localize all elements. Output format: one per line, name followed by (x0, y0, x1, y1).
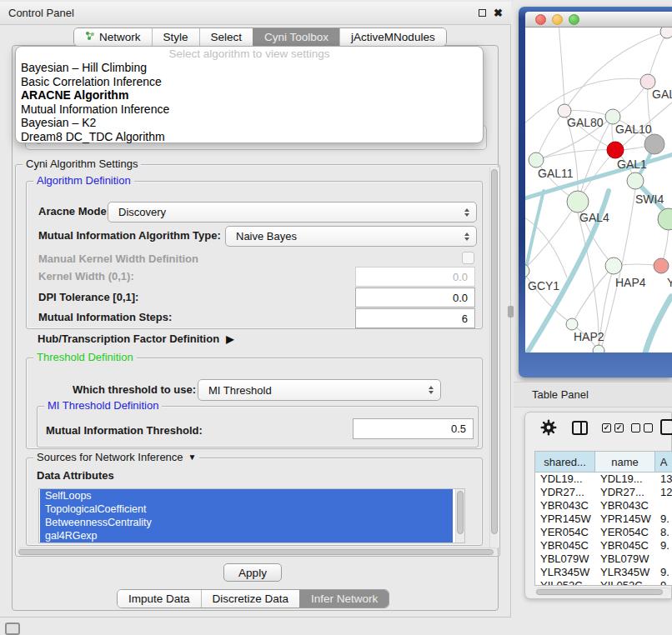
zoom-traffic-light-icon[interactable] (569, 14, 579, 25)
network-node-y[interactable] (654, 258, 669, 273)
algorithm-option-aracne-algorithm[interactable]: ARACNE Algorithm (16, 88, 483, 102)
tab-jactivemnodules[interactable]: jActiveMNodules (339, 28, 446, 46)
which-threshold-combo[interactable]: MI Threshold (198, 379, 441, 401)
network-edge[interactable] (536, 111, 564, 160)
tab-discretize-data[interactable]: Discretize Data (201, 590, 300, 608)
table-cell: YER054C (595, 526, 655, 539)
tab-select[interactable]: Select (199, 28, 253, 46)
attribute-list-scrollbar-thumb[interactable] (457, 491, 464, 534)
sources-group-header[interactable]: Sources for Network Inference ▼ (33, 451, 199, 463)
close-traffic-light-icon[interactable] (535, 14, 546, 25)
algorithm-option-basic-correlation-inference[interactable]: Basic Correlation Inference (16, 75, 483, 89)
table-row[interactable]: YER054CYER054C8. (535, 526, 672, 539)
network-node-gal11[interactable] (529, 152, 544, 168)
table-row[interactable]: YLR345WYLR345W9. (535, 566, 672, 579)
algorithm-option-mutual-information-inference[interactable]: Mutual Information Inference (16, 102, 483, 117)
settings-gear-icon[interactable] (540, 419, 557, 439)
network-node-gal4[interactable] (567, 191, 589, 212)
tab-impute-data[interactable]: Impute Data (118, 590, 201, 608)
network-node-label: SWI4 (635, 192, 664, 206)
column-header-a[interactable]: A (655, 452, 672, 472)
table-cell: 9. (655, 566, 672, 579)
tab-cyni-toolbox[interactable]: Cyni Toolbox (253, 28, 339, 46)
settings-vertical-scrollbar-thumb[interactable] (491, 169, 498, 534)
document-icon[interactable] (660, 419, 672, 435)
table-panel-header[interactable]: Table Panel (514, 382, 672, 408)
split-columns-icon[interactable] (572, 421, 588, 435)
collapsed-panel-icon[interactable] (5, 622, 20, 635)
manual-kernel-width-checkbox[interactable] (462, 252, 474, 264)
minimize-traffic-light-icon[interactable] (552, 14, 563, 25)
algorithm-option-bayesian-k2[interactable]: Bayesian – K2 (16, 116, 483, 130)
collapse-down-icon[interactable]: ▼ (188, 452, 197, 462)
table-row[interactable]: YDL19...YDL19...13 (535, 472, 672, 486)
network-edge[interactable] (648, 32, 667, 82)
aracne-mode-combo[interactable]: Discovery (108, 202, 477, 222)
data-attribute-item[interactable]: TopologicalCoefficient (40, 502, 453, 516)
network-node-label: GAL11 (538, 167, 574, 180)
network-node[interactable] (644, 134, 664, 154)
table-horizontal-scrollbar-thumb[interactable] (536, 589, 663, 595)
combo-stepper-icon (464, 232, 469, 241)
expand-right-icon[interactable]: ▶ (226, 333, 233, 345)
data-attributes-list[interactable]: SelfLoopsTopologicalCoefficientBetweenne… (38, 488, 465, 543)
panel-divider-handle[interactable] (508, 306, 514, 317)
tab-infer-network[interactable]: Infer Network (299, 590, 389, 608)
mi-threshold-group: MI Threshold Definition Mutual Informati… (37, 406, 479, 448)
deselect-all-icon[interactable] (631, 423, 653, 432)
network-node[interactable] (660, 28, 672, 38)
algorithm-option-bayesian-hill-climbing[interactable]: Bayesian – Hill Climbing (16, 61, 483, 75)
tab-network[interactable]: Network (74, 28, 152, 46)
network-window-titlebar[interactable] (525, 12, 672, 28)
float-window-icon[interactable] (479, 9, 486, 17)
settings-horizontal-scrollbar-thumb[interactable] (18, 549, 494, 555)
table-row[interactable]: YIL052CYIL052C9. (535, 579, 672, 586)
network-node-label: HAP2 (574, 330, 604, 343)
network-node[interactable] (658, 208, 672, 230)
column-header-name[interactable]: name (595, 452, 655, 472)
column-header-shared[interactable]: shared... (535, 452, 595, 472)
data-attribute-item[interactable]: BetweennessCentrality (40, 516, 453, 529)
dpi-tolerance-field[interactable]: 0.0 (355, 288, 475, 308)
data-attribute-item[interactable]: SelfLoops (40, 489, 453, 502)
settings-vertical-scrollbar[interactable] (489, 168, 499, 548)
algorithm-option-dream8-dc-tdc-algorithm[interactable]: Dream8 DC_TDC Algorithm (16, 130, 483, 144)
network-node-hap4[interactable] (605, 258, 622, 274)
network-node-swi4[interactable] (627, 172, 644, 189)
network-node-gal1[interactable] (607, 142, 624, 158)
network-node[interactable] (593, 345, 604, 352)
select-all-icon[interactable]: ✓ ✓ (602, 423, 624, 432)
mi-algorithm-type-combo[interactable]: Naive Bayes (225, 226, 477, 247)
dpi-tolerance-label: DPI Tolerance [0,1]: (38, 291, 138, 304)
table-cell: YLR345W (595, 566, 655, 579)
attribute-list-scrollbar[interactable] (455, 489, 464, 542)
close-window-icon[interactable]: ✖ (494, 8, 503, 18)
table-row[interactable]: YBR043CYBR043C (535, 499, 672, 512)
settings-horizontal-scrollbar[interactable] (18, 548, 498, 556)
data-attribute-item[interactable]: gal4RGexp (40, 529, 453, 542)
mi-steps-field[interactable]: 6 (355, 308, 475, 328)
hub-transcription-expander[interactable]: Hub/Transcription Factor Definition ▶ (38, 332, 233, 345)
table-cell: YDL19... (595, 472, 655, 486)
table-row[interactable]: YDR27...YDR27...12 (535, 486, 672, 499)
table-row[interactable]: YPR145WYPR145W9. (535, 512, 672, 526)
node-table: shared...nameA YDL19...YDL19...13YDR27..… (534, 451, 672, 586)
table-row[interactable]: YBL079WYBL079W (535, 552, 672, 566)
network-edge[interactable] (572, 266, 614, 324)
network-view-window[interactable]: GALGAL80GAL10GAL1GAL11SWI4GAL4HAP4YGCY1H… (519, 7, 672, 378)
algorithm-popup-hint: Select algorithm to view settings (16, 48, 483, 61)
network-edge-thick[interactable] (644, 297, 671, 352)
network-canvas[interactable]: GALGAL80GAL10GAL1GAL11SWI4GAL4HAP4YGCY1H… (525, 28, 672, 352)
kernel-width-field[interactable]: 0.0 (355, 267, 475, 287)
control-panel-titlebar[interactable]: Control Panel ✖ (0, 2, 511, 25)
apply-button[interactable]: Apply (223, 563, 282, 582)
sources-group: Sources for Network Inference ▼ Data Att… (26, 458, 483, 546)
table-horizontal-scrollbar[interactable] (535, 588, 671, 596)
network-edge[interactable] (559, 28, 564, 104)
tab-style[interactable]: Style (152, 28, 199, 46)
checked-box-icon: ✓ (602, 423, 611, 432)
network-node-gcy1[interactable] (525, 264, 529, 278)
mi-threshold-field[interactable]: 0.5 (353, 418, 474, 439)
table-row[interactable]: YBR045CYBR045C9. (535, 539, 672, 552)
network-node-hap2[interactable] (566, 318, 578, 330)
